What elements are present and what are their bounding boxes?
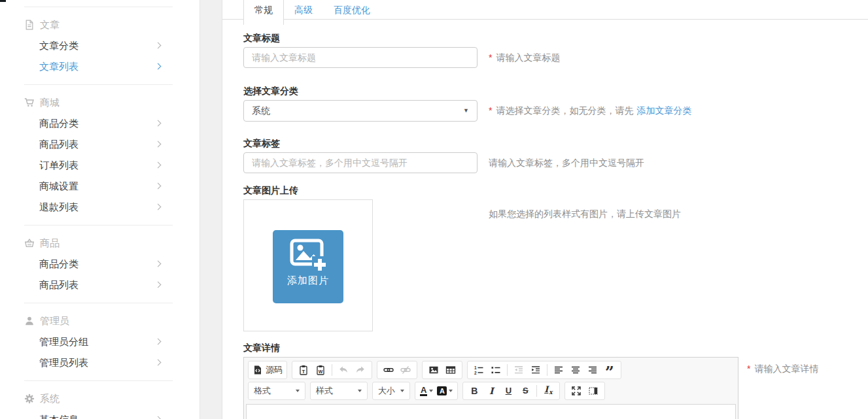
image-upload-dropzone[interactable]: 添加图片 (243, 199, 373, 331)
chevron-right-icon (155, 282, 162, 288)
sidebar-group-product[interactable]: 商品 (0, 233, 200, 254)
article-title-input[interactable] (243, 47, 477, 68)
caret-down-icon (296, 390, 300, 392)
sidebar-group-mall[interactable]: 商城 (0, 92, 200, 113)
remove-format-button[interactable] (540, 384, 557, 398)
chevron-right-icon (155, 416, 162, 419)
insert-image-button[interactable] (425, 363, 442, 377)
article-tags-hint: 请输入文章标签，多个用中文逗号隔开 (489, 152, 644, 173)
caret-down-icon (400, 390, 404, 392)
paste-text-icon: T (298, 365, 309, 375)
toolbar-separator (507, 364, 508, 376)
rich-text-editor: 源码 T W (243, 357, 738, 419)
main-panel: 常规 高级 百度优化 文章标题 *请输入文章标题 选择文章分类 系统 *请 (222, 0, 868, 419)
add-image-button[interactable]: 添加图片 (273, 230, 343, 303)
sidebar-group-article[interactable]: 文章 (0, 14, 200, 35)
format-dropdown[interactable]: 格式 (248, 382, 305, 400)
layout-gutter (200, 0, 222, 419)
article-image-hint: 如果您选择的列表样式有图片，请上传文章图片 (489, 199, 681, 220)
italic-icon (489, 386, 494, 396)
user-icon (24, 316, 35, 326)
caret-down-icon (358, 390, 362, 392)
add-category-link[interactable]: 添加文章分类 (636, 105, 691, 116)
paste-text-button[interactable]: T (295, 363, 312, 377)
unlink-button[interactable] (397, 363, 414, 377)
sidebar-item-product-list[interactable]: 商品列表 (0, 275, 200, 295)
text-color-button[interactable]: A (418, 384, 435, 398)
show-blocks-button[interactable] (585, 384, 602, 398)
svg-text:1: 1 (474, 365, 477, 370)
align-right-button[interactable] (584, 363, 601, 377)
ordered-list-icon: 12 (474, 365, 484, 375)
article-tags-label: 文章标签 (243, 138, 868, 148)
align-right-icon (587, 365, 598, 375)
sidebar-item-order-list[interactable]: 订单列表 (0, 155, 200, 176)
sidebar-item-admin-list[interactable]: 管理员列表 (0, 352, 200, 373)
sidebar-group-system[interactable]: 系统 (0, 388, 200, 409)
article-category-select[interactable]: 系统 (243, 100, 477, 122)
italic-button[interactable] (483, 384, 500, 398)
align-left-icon (553, 365, 564, 375)
styles-dropdown[interactable]: 样式 (310, 382, 368, 400)
shopping-cart-icon (24, 97, 35, 108)
sidebar-item-goods-category[interactable]: 商品分类 (0, 113, 200, 134)
sidebar-divider (24, 225, 173, 226)
article-category-label: 选择文章分类 (243, 86, 868, 96)
link-button[interactable] (380, 363, 397, 377)
outdent-icon (513, 365, 524, 375)
toolbar-separator (536, 385, 537, 397)
tab-advanced[interactable]: 高级 (284, 0, 323, 20)
bold-button[interactable] (466, 384, 483, 398)
align-center-button[interactable] (567, 363, 584, 377)
sidebar: 文章 文章分类 文章列表 商城 商品分类 商品列表 订单列表 商城设置 退款列表 (0, 0, 200, 419)
indent-button[interactable] (527, 363, 544, 377)
align-left-button[interactable] (550, 363, 567, 377)
paste-word-button[interactable]: W (312, 363, 329, 377)
sidebar-item-product-category[interactable]: 商品分类 (0, 254, 200, 275)
blockquote-button[interactable] (601, 363, 618, 377)
unordered-list-button[interactable] (487, 363, 504, 377)
sidebar-item-article-category[interactable]: 文章分类 (0, 35, 200, 56)
bg-color-button[interactable]: A (435, 384, 455, 398)
sidebar-item-mall-settings[interactable]: 商城设置 (0, 176, 200, 197)
bg-color-icon: A (437, 386, 447, 395)
caret-down-icon (449, 390, 453, 392)
gear-icon (24, 394, 35, 404)
tab-bar: 常规 高级 百度优化 (222, 0, 868, 20)
indent-icon (530, 365, 541, 375)
file-text-icon (24, 20, 35, 30)
add-image-icon (290, 239, 326, 271)
tab-baidu-seo[interactable]: 百度优化 (323, 0, 381, 20)
unlink-icon (400, 365, 411, 375)
show-blocks-icon (588, 386, 599, 396)
bold-icon (471, 386, 477, 396)
source-button[interactable]: 源码 (251, 363, 284, 377)
redo-button[interactable] (352, 363, 369, 377)
table-icon (445, 365, 456, 375)
chevron-right-icon (155, 162, 162, 169)
tab-general[interactable]: 常规 (243, 0, 284, 25)
sidebar-item-goods-list[interactable]: 商品列表 (0, 134, 200, 155)
article-title-hint: *请输入文章标题 (489, 47, 560, 68)
ordered-list-button[interactable]: 12 (470, 363, 487, 377)
sidebar-item-basic-info[interactable]: 基本信息 (0, 409, 200, 419)
article-tags-input[interactable] (243, 152, 477, 173)
chevron-right-icon (155, 120, 162, 127)
maximize-button[interactable] (568, 384, 585, 398)
editor-content-area[interactable] (246, 404, 736, 419)
sidebar-group-admin[interactable]: 管理员 (0, 310, 200, 331)
chevron-right-icon (155, 261, 162, 267)
underline-button[interactable] (500, 384, 517, 398)
outdent-button[interactable] (510, 363, 527, 377)
strikethrough-button[interactable] (517, 384, 534, 398)
sidebar-item-admin-group[interactable]: 管理员分组 (0, 331, 200, 352)
required-asterisk: * (747, 363, 750, 374)
article-content-hint: *请输入文章详情 (747, 357, 818, 375)
caret-down-icon (429, 390, 433, 392)
sidebar-item-article-list[interactable]: 文章列表 (0, 56, 200, 77)
chevron-right-icon (155, 42, 162, 49)
insert-table-button[interactable] (442, 363, 459, 377)
undo-button[interactable] (335, 363, 352, 377)
sidebar-item-refund-list[interactable]: 退款列表 (0, 197, 200, 218)
font-size-dropdown[interactable]: 大小 (372, 382, 410, 400)
